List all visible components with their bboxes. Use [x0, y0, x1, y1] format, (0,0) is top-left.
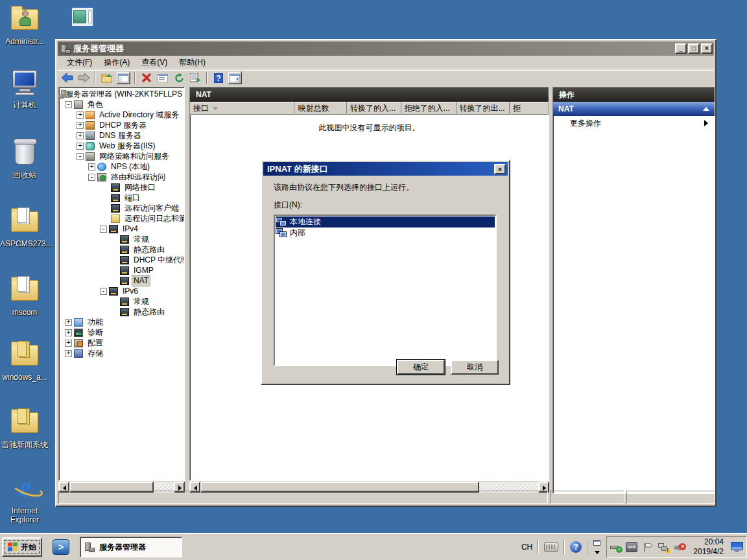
minimize-button[interactable]: _ [675, 43, 687, 54]
desktop-icon-administrator[interactable]: Administr... [0, 4, 49, 46]
interface-item-local-connection[interactable]: 本地连接 [276, 216, 495, 228]
tree-item-ipv6-general[interactable]: 常规 [59, 296, 184, 307]
tree-item-ad-ds[interactable]: Active Directory 域服务 [59, 110, 184, 120]
keyboard-layout-icon[interactable] [544, 542, 558, 552]
server-manager-icon [60, 44, 71, 54]
maximize-button[interactable]: □ [688, 43, 700, 54]
dialog-titlebar[interactable]: IPNAT 的新接口 × [263, 162, 508, 176]
network-warning-icon[interactable] [658, 542, 670, 552]
properties-icon[interactable] [156, 71, 170, 84]
tree-item-dhcp-relay[interactable]: DHCP 中继代理 [59, 255, 184, 265]
task-button-server-manager[interactable]: 服务器管理器 [80, 537, 182, 557]
tree-item-remote-access-clients[interactable]: 远程访问客户端 [59, 203, 184, 213]
menu-help[interactable]: 帮助(H) [174, 56, 211, 69]
column-inbound-translated[interactable]: 转换了的入... [347, 102, 401, 115]
collapse-group-icon[interactable] [703, 107, 709, 111]
window-titlebar[interactable]: 服务器管理器 _ □ × [58, 41, 714, 56]
tree-item-ports[interactable]: 端口 [59, 192, 184, 203]
tree-item-igmp[interactable]: IGMP [59, 265, 184, 275]
interface-item-internal[interactable]: 内部 [276, 228, 495, 239]
tree-item-roles[interactable]: 角色 [59, 99, 184, 110]
column-inbound-rejected[interactable]: 拒绝了的入... [401, 102, 456, 115]
tree-item-storage[interactable]: 存储 [59, 348, 184, 358]
collapse-toggle[interactable] [100, 226, 107, 233]
action-center-flag-icon[interactable] [642, 542, 654, 552]
expand-toggle[interactable] [77, 143, 84, 150]
tree-item-dhcp[interactable]: DHCP 服务器 [59, 120, 184, 130]
tree-item-network-interfaces[interactable]: 网络接口 [59, 182, 184, 192]
desktop-icon-mscom[interactable]: mscom [0, 275, 49, 317]
collapse-toggle[interactable] [65, 101, 72, 108]
column-interface[interactable]: 接口 [190, 102, 294, 115]
tree-item-ipv6[interactable]: IPv6 [59, 286, 184, 296]
show-console-tree-icon[interactable] [116, 71, 130, 84]
tree-item-rras[interactable]: 路由和远程访问 [59, 172, 184, 182]
ok-button[interactable]: 确定 [397, 360, 445, 375]
menu-file[interactable]: 文件(F) [62, 56, 97, 69]
up-one-level-icon[interactable] [100, 71, 114, 84]
delete-icon[interactable] [139, 71, 154, 84]
forward-icon[interactable] [77, 71, 91, 84]
collapse-toggle[interactable] [100, 288, 107, 295]
quick-launch-powershell[interactable]: > [51, 537, 71, 557]
desktop-icon-internet-explorer[interactable]: e Internet Explorer [0, 473, 49, 524]
more-actions-item[interactable]: 更多操作 [553, 116, 715, 130]
actions-group-nat[interactable]: NAT [553, 102, 715, 116]
column-clipped[interactable]: 拒 [510, 102, 549, 115]
tree-item-server-manager[interactable]: 服务器管理器 (WIN-2KKT5FLLPS [59, 89, 184, 99]
tree-item-configuration[interactable]: 配置 [59, 338, 184, 348]
start-button[interactable]: 开始 [2, 537, 42, 557]
language-help-icon[interactable]: ? [570, 541, 582, 553]
refresh-icon[interactable] [172, 71, 186, 84]
tree-item-ipv4-static-routes[interactable]: 静态路由 [59, 244, 184, 255]
tree-item-diagnostics[interactable]: 诊断 [59, 327, 184, 338]
language-indicator[interactable]: CH [521, 542, 532, 552]
tree-item-remote-access-logging[interactable]: 远程访问日志和策略 [59, 213, 184, 224]
console-tree[interactable]: 服务器管理器 (WIN-2KKT5FLLPS 角色 Active Directo… [58, 87, 185, 481]
menu-view[interactable]: 查看(V) [136, 56, 172, 69]
clock[interactable]: 20:04 2019/4/2 [691, 537, 726, 557]
display-settings-icon[interactable] [731, 542, 744, 552]
desktop-icon-leichi-news[interactable]: 雷驰新闻系统 [0, 407, 49, 449]
expand-toggle[interactable] [77, 122, 84, 129]
tree-item-ipv6-static-routes[interactable]: 静态路由 [59, 307, 184, 317]
dialog-body: 该路由协议在您下列选择的接口上运行。 接口(N): 本地连接 内部 确定 取消 [263, 176, 508, 382]
show-action-pane-icon[interactable] [228, 71, 242, 84]
collapse-toggle[interactable] [88, 174, 95, 181]
vmware-tools-icon[interactable]: vm [626, 542, 637, 552]
tree-item-nps[interactable]: NPS (本地) [59, 161, 184, 172]
expand-toggle[interactable] [65, 340, 72, 347]
tree-item-nat[interactable]: NAT [59, 275, 184, 286]
expand-toggle[interactable] [77, 132, 84, 139]
desktop-icon-aspcms[interactable]: ASPCMS273... [0, 206, 49, 248]
volume-muted-icon[interactable]: × [674, 542, 686, 552]
expand-toggle[interactable] [77, 111, 84, 119]
tree-item-features[interactable]: 功能 [59, 317, 184, 327]
back-icon[interactable] [60, 71, 75, 84]
menu-action[interactable]: 操作(A) [99, 56, 135, 69]
dialog-close-icon[interactable]: × [494, 164, 506, 174]
expand-toggle[interactable] [65, 350, 72, 357]
tree-item-dns[interactable]: DNS 服务器 [59, 130, 184, 141]
desktop-icon-computer[interactable]: 计算机 [0, 67, 49, 110]
export-list-icon[interactable] [188, 71, 202, 84]
cancel-button[interactable]: 取消 [451, 360, 499, 375]
tree-item-npas[interactable]: 网络策略和访问服务 [59, 151, 184, 161]
expand-toggle[interactable] [88, 163, 95, 170]
tree-item-ipv4-general[interactable]: 常规 [59, 234, 184, 244]
help-icon[interactable]: ? [211, 71, 226, 84]
show-hidden-icons-button[interactable] [592, 539, 602, 555]
safely-remove-hardware-icon[interactable]: ✓ [610, 542, 621, 552]
tree-item-ipv4[interactable]: IPv4 [59, 224, 184, 234]
desktop-icon-program[interactable] [57, 4, 106, 36]
desktop-icon-recycle-bin[interactable]: 回收站 [0, 137, 49, 180]
column-total-mappings[interactable]: 映射总数 [294, 102, 347, 115]
expand-toggle[interactable] [65, 319, 72, 326]
desktop-icon-windows-a[interactable]: windows_a... [0, 340, 49, 382]
collapse-toggle[interactable] [77, 153, 84, 160]
column-outbound-translated[interactable]: 转换了的出... [456, 102, 510, 115]
expand-toggle[interactable] [65, 329, 72, 336]
tree-item-web-iis[interactable]: Web 服务器(IIS) [59, 141, 184, 151]
interface-listbox[interactable]: 本地连接 内部 [274, 215, 497, 366]
close-button[interactable]: × [701, 43, 713, 54]
